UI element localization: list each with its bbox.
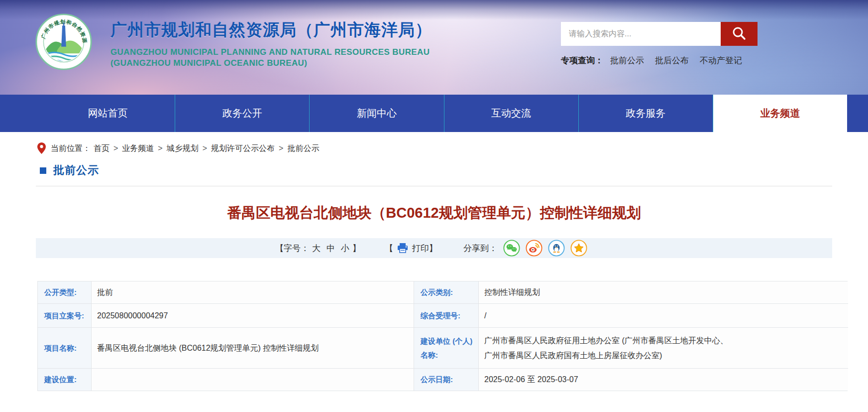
font-size-option[interactable]: 大: [312, 244, 321, 253]
table-label-cell: 项目名称:: [38, 328, 92, 369]
print-bracket-close: 】: [429, 243, 437, 254]
site-header: 广州市规划和自然资源局 广州市规划和自然资源局（广州市海洋局） GUANGZHO…: [0, 0, 868, 95]
table-label-cell: 公示类别:: [414, 281, 479, 304]
table-value-cell: 控制性详细规划: [479, 281, 848, 304]
font-size-option[interactable]: 中: [326, 244, 335, 253]
search-input[interactable]: [561, 22, 721, 46]
site-subtitle-en: GUANGZHOU MUNICIPAL PLANNING AND NATURAL…: [110, 47, 432, 69]
breadcrumb-separator: >: [158, 144, 162, 152]
location-pin-icon: [37, 142, 46, 154]
font-size-suffix: 】: [352, 243, 361, 254]
table-value-cell: /: [479, 304, 848, 328]
breadcrumb-item[interactable]: 城乡规划: [167, 144, 199, 152]
section-bullet-square: [40, 167, 46, 174]
notice-detail-table: 公开类型:批前公示类别:控制性详细规划项目立案号:202508000000429…: [37, 281, 848, 391]
breadcrumb-item[interactable]: 规划许可公示公布: [211, 144, 275, 152]
quick-search-link[interactable]: 批前公示: [610, 56, 644, 65]
breadcrumb: 当前位置： 首页>业务频道>城乡规划>规划许可公示公布>批前公示: [37, 142, 868, 155]
nav-item-4[interactable]: 互动交流: [444, 95, 578, 132]
breadcrumb-label: 当前位置：: [51, 143, 91, 154]
breadcrumb-separator: >: [113, 144, 118, 152]
breadcrumb-separator: >: [279, 144, 283, 152]
print-bracket-open: 【: [385, 243, 393, 254]
nav-item-5[interactable]: 政务服务: [578, 95, 713, 132]
weibo-icon[interactable]: [526, 240, 542, 257]
breadcrumb-item[interactable]: 批前公示: [287, 144, 319, 152]
breadcrumb-item[interactable]: 业务频道: [122, 144, 154, 152]
quick-search-link[interactable]: 不动产登记: [700, 56, 742, 65]
breadcrumb-separator: >: [203, 144, 207, 152]
share-label: 分享到：: [463, 243, 497, 254]
print-button[interactable]: 打印: [412, 243, 429, 254]
table-label-cell: 公示日期:: [414, 369, 479, 391]
table-value-cell: 番禺区电视台北侧地块 (BC0612规划管理单元) 控制性详细规划: [92, 328, 414, 369]
table-label-cell: 建设位置:: [38, 369, 92, 391]
bureau-logo: 广州市规划和自然资源局: [35, 13, 93, 71]
table-label-cell: 建设单位 (个人) 名称:: [414, 328, 479, 369]
qq-icon[interactable]: [548, 240, 565, 257]
font-size-option[interactable]: 小: [341, 244, 349, 253]
breadcrumb-item[interactable]: 首页: [94, 144, 109, 152]
section-title: 批前公示: [53, 163, 99, 178]
table-value-cell: 广州市番禺区人民政府征用土地办公室 (广州市番禺区土地开发中心、 广州市番禺区人…: [479, 328, 848, 369]
nav-item-3[interactable]: 新闻中心: [309, 95, 443, 132]
nav-item-1[interactable]: 网站首页: [41, 95, 175, 132]
table-label-cell: 公开类型:: [38, 281, 92, 304]
site-title: 广州市规划和自然资源局（广州市海洋局）: [110, 19, 432, 41]
table-value-cell: 批前: [92, 281, 414, 304]
search-icon: [731, 25, 747, 43]
main-nav: 网站首页政务公开新闻中心互动交流政务服务业务频道: [0, 95, 868, 132]
table-value-cell: [92, 369, 414, 391]
quick-search-label: 专项查询：: [561, 55, 603, 66]
nav-item-2[interactable]: 政务公开: [175, 95, 309, 132]
printer-icon[interactable]: [397, 243, 408, 253]
table-label-cell: 项目立案号:: [38, 304, 92, 328]
article-toolbar: 【字号： 大中小 】 【 打印 】 分享到：: [36, 238, 832, 258]
table-value-cell: 2025-02-06 至 2025-03-07: [479, 369, 848, 391]
quick-search-row: 专项查询： 批前公示批后公布不动产登记: [561, 55, 753, 66]
section-head: 批前公示: [36, 163, 832, 186]
article-title: 番禺区电视台北侧地块（BC0612规划管理单元）控制性详细规划: [0, 203, 868, 223]
table-label-cell: 综合受理号:: [414, 304, 479, 328]
nav-item-6[interactable]: 业务频道: [713, 95, 847, 132]
font-size-prefix: 【字号：: [275, 243, 309, 254]
quick-search-link[interactable]: 批后公布: [655, 56, 689, 65]
table-value-cell: 2025080000004297: [92, 304, 414, 328]
wechat-icon[interactable]: [503, 240, 520, 257]
favorite-star-icon[interactable]: [570, 240, 587, 257]
search-button[interactable]: [721, 22, 758, 46]
